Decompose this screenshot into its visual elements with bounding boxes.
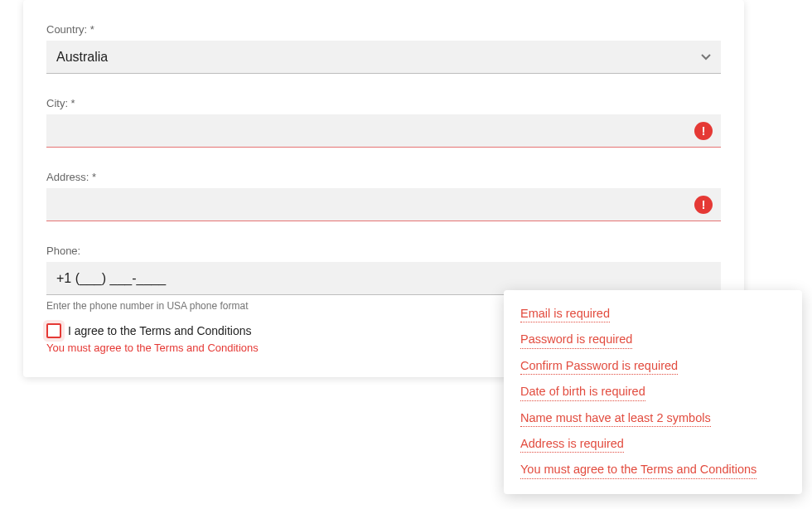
city-label: City: * [46, 97, 721, 109]
phone-label: Phone: [46, 245, 721, 257]
summary-item[interactable]: Address is required [520, 437, 624, 453]
city-input[interactable] [46, 114, 721, 148]
address-input[interactable] [46, 188, 721, 221]
summary-item[interactable]: Name must have at least 2 symbols [520, 411, 711, 427]
address-input-wrap: ! [46, 188, 721, 221]
summary-item[interactable]: Email is required [520, 307, 610, 322]
address-label: Address: * [46, 171, 721, 183]
summary-item[interactable]: Confirm Password is required [520, 359, 678, 375]
address-field: Address: * ! [46, 171, 721, 221]
validation-summary: Email is required Password is required C… [504, 290, 802, 494]
country-input-wrap [46, 41, 721, 74]
agree-checkbox[interactable] [46, 323, 61, 338]
error-icon: ! [694, 196, 713, 214]
error-icon: ! [694, 122, 713, 140]
country-field: Country: * [46, 23, 721, 74]
country-select[interactable] [46, 41, 721, 74]
summary-item[interactable]: Date of birth is required [520, 385, 645, 400]
city-input-wrap: ! [46, 114, 721, 148]
agree-label: I agree to the Terms and Conditions [68, 324, 252, 337]
city-field: City: * ! [46, 97, 721, 148]
summary-item[interactable]: You must agree to the Terms and Conditio… [520, 463, 756, 478]
summary-item[interactable]: Password is required [520, 332, 632, 348]
country-label: Country: * [46, 23, 721, 36]
